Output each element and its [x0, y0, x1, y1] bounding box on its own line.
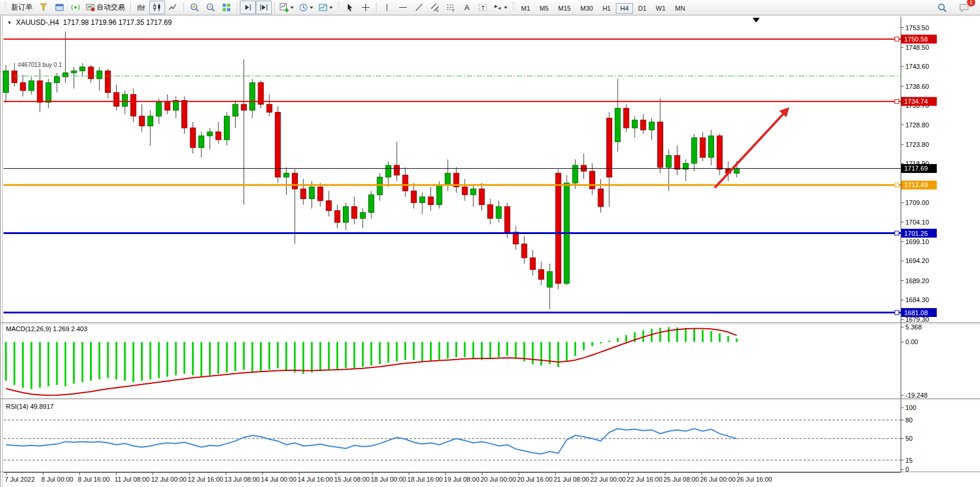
candle-body: [369, 195, 374, 213]
timeframe-MN[interactable]: MN: [671, 3, 689, 14]
candle-body: [590, 171, 595, 189]
timeframe-M1[interactable]: M1: [517, 3, 534, 14]
horizontal-line-tool-button[interactable]: [395, 1, 411, 14]
search-button[interactable]: [934, 1, 950, 14]
bar-chart-mode-button[interactable]: [133, 1, 149, 14]
timeframe-M5[interactable]: M5: [535, 3, 552, 14]
candle-body: [317, 187, 323, 201]
candle-body: [436, 185, 442, 204]
toolbar-grip[interactable]: [4, 2, 7, 13]
candle-body: [657, 122, 663, 167]
time-axis-label: 14 Jul 16:00: [297, 476, 333, 483]
candle-body: [4, 71, 9, 93]
candle-body: [343, 207, 349, 223]
candle-body: [266, 104, 272, 112]
price-axis-label: 1699.10: [905, 238, 929, 245]
line-chart-mode-button[interactable]: [165, 1, 181, 14]
collapse-triangle-icon[interactable]: ▼: [7, 20, 12, 25]
chart-shift-icon: [259, 2, 269, 12]
separator: [130, 2, 131, 13]
price-badge-value: 1713.49: [904, 181, 928, 188]
signals-button[interactable]: [68, 1, 83, 14]
candle-body: [147, 116, 153, 126]
candle-body: [624, 108, 629, 128]
candle-body: [20, 83, 25, 91]
separator: [274, 2, 275, 13]
vertical-line-tool-button[interactable]: [379, 1, 395, 14]
rsi-axis-label: 100: [905, 404, 916, 411]
candle-body: [131, 94, 136, 116]
macd-indicator-label: MACD(12,26,9) 1.269 2.403: [6, 325, 88, 332]
line-anchor-square[interactable]: [895, 37, 899, 41]
svg-text:F: F: [452, 8, 455, 12]
text-tool-button[interactable]: A: [459, 1, 475, 14]
line-anchor-square[interactable]: [895, 183, 899, 187]
separator: [376, 2, 377, 13]
timeframe-M30[interactable]: M30: [576, 3, 597, 14]
candle-body: [496, 207, 502, 219]
templates-button[interactable]: [316, 1, 336, 14]
macd-axis-label: -19.248: [905, 392, 927, 399]
clock-icon: [298, 2, 309, 12]
chart-shift-button[interactable]: [256, 1, 272, 14]
zoom-in-button[interactable]: [187, 1, 203, 14]
price-badge-value: 1750.58: [904, 36, 928, 43]
indicators-button[interactable]: [277, 1, 297, 14]
macd-axis-label: 5.368: [905, 323, 922, 331]
fibonacci-tool-button[interactable]: F: [443, 1, 459, 14]
auto-trading-button[interactable]: 自动交易: [83, 1, 128, 14]
new-order-button[interactable]: 新订单: [8, 1, 36, 14]
channel-tool-button[interactable]: E: [427, 1, 443, 14]
equidistant-channel-icon: E: [430, 2, 440, 12]
dropdown-caret: [310, 7, 313, 9]
zoom-out-icon: [205, 2, 216, 12]
price-badge-value: 1701.25: [904, 230, 928, 237]
timeframe-W1[interactable]: W1: [652, 3, 670, 14]
candle-body: [207, 132, 213, 136]
candle-body: [555, 173, 561, 283]
time-axis-label: 26 Jul 16:00: [737, 476, 772, 483]
crosshair-button[interactable]: [358, 1, 374, 14]
candle-body: [46, 83, 51, 102]
timeframe-H1[interactable]: H1: [598, 3, 615, 14]
market-watch-button[interactable]: [36, 1, 52, 14]
time-axis-label: 14 Jul 00:00: [261, 476, 297, 483]
search-icon: [937, 2, 947, 13]
toolbar-grip[interactable]: [512, 2, 515, 13]
trendline-tool-button[interactable]: [411, 1, 427, 14]
dropdown-caret: [329, 7, 333, 9]
candle-body: [224, 116, 230, 140]
shapes-tool-button[interactable]: [491, 1, 510, 14]
funnel-icon: [38, 2, 49, 12]
chart-canvas[interactable]: 1753.501748.501743.601738.601733.701728.…: [0, 0, 980, 487]
auto-trading-label: 自动交易: [97, 2, 125, 12]
candle-body: [717, 136, 722, 169]
candle-body: [479, 189, 484, 205]
price-axis-label: 1723.80: [905, 141, 929, 148]
line-anchor-square[interactable]: [895, 231, 899, 235]
toolbar-grip[interactable]: [338, 2, 340, 13]
zoom-out-button[interactable]: [203, 1, 219, 14]
timeframe-H4[interactable]: H4: [616, 3, 632, 14]
toolbar-right: 1: [934, 1, 978, 14]
auto-scroll-button[interactable]: [240, 1, 256, 14]
line-anchor-square[interactable]: [895, 100, 899, 104]
time-axis-label: 26 Jul 00:00: [700, 476, 735, 483]
candle-body: [80, 67, 85, 71]
line-anchor-square[interactable]: [895, 310, 899, 315]
ohlc-values: 1717.98 1719.96 1717.35 1717.69: [63, 18, 172, 27]
notification-count-badge: 1: [966, 0, 976, 7]
candle-body: [547, 271, 552, 287]
price-axis-label: 1709.00: [905, 199, 929, 206]
candlestick-mode-button[interactable]: [149, 1, 165, 14]
text-label-tool-button[interactable]: T: [475, 1, 491, 14]
notifications-button[interactable]: 1: [956, 1, 972, 14]
data-window-button[interactable]: [52, 1, 68, 14]
periods-button[interactable]: [297, 1, 316, 14]
rsi-axis-label: 0: [905, 466, 909, 473]
cursor-button[interactable]: [342, 1, 358, 14]
tile-windows-button[interactable]: [219, 1, 234, 14]
timeframe-M15[interactable]: M15: [554, 3, 575, 14]
timeframe-D1[interactable]: D1: [634, 3, 651, 14]
candle-body: [122, 94, 127, 106]
